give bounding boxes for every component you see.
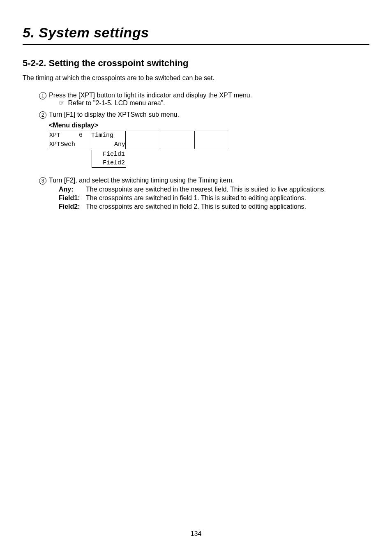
- step-2: 2 Turn [F1] to display the XPTSwch sub m…: [39, 111, 369, 168]
- page-number: 134: [0, 530, 392, 538]
- step-2-text: Turn [F1] to display the XPTSwch sub men…: [49, 111, 179, 118]
- menu-r1c3: [126, 131, 160, 140]
- step-1-sub-text: Refer to "2-1-5. LCD menu area".: [68, 99, 165, 106]
- step-1: 1 Press the [XPT] button to light its in…: [39, 92, 369, 109]
- step-list: 1 Press the [XPT] button to light its in…: [23, 92, 369, 212]
- dropdown-option-field2: Field2: [92, 159, 126, 167]
- section-heading: Setting the crosspoint switching: [49, 58, 189, 68]
- menu-display-table: XPT 6 Timing XPTSwch Any: [49, 131, 229, 149]
- dropdown-option-field1: Field1: [92, 150, 126, 159]
- step-1-number: 1: [39, 92, 46, 99]
- step-2-number: 2: [39, 111, 46, 119]
- section-title: 5-2-2. Setting the crosspoint switching: [23, 58, 369, 69]
- step-1-text: Press the [XPT] button to light its indi…: [49, 92, 252, 99]
- menu-dropdown-options: Field1 Field2: [92, 150, 126, 168]
- menu-r1c1: XPT 6: [49, 131, 91, 140]
- menu-row-2: XPTSwch Any: [49, 140, 229, 149]
- intro-text: The timing at which the crosspoints are …: [23, 74, 369, 82]
- menu-r1c2: Timing: [91, 131, 126, 140]
- menu-r2c5: [195, 140, 229, 149]
- step-3-text: Turn [F2], and select the switching timi…: [49, 177, 234, 184]
- def-field1-term: Field1:: [59, 194, 86, 202]
- step-1-sub: ☞ Refer to "2-1-5. LCD menu area".: [59, 99, 369, 107]
- menu-r1c5: [195, 131, 229, 140]
- menu-r1c4: [160, 131, 195, 140]
- def-any: Any: The crosspoints are switched in the…: [59, 186, 369, 193]
- section-number: 5-2-2.: [23, 58, 46, 68]
- def-field2-term: Field2:: [59, 203, 86, 210]
- step-3-number: 3: [39, 177, 46, 185]
- menu-r2c2: Any: [91, 140, 126, 149]
- menu-r2c3: [126, 140, 160, 149]
- pointer-icon: ☞: [59, 99, 65, 106]
- menu-r2c1: XPTSwch: [49, 140, 91, 149]
- def-field2: Field2: The crosspoints are switched in …: [59, 203, 369, 210]
- step-3: 3 Turn [F2], and select the switching ti…: [39, 177, 369, 212]
- chapter-rule: [23, 44, 369, 45]
- definition-list: Any: The crosspoints are switched in the…: [59, 186, 369, 210]
- menu-display-label: <Menu display>: [49, 122, 369, 129]
- def-field1: Field1: The crosspoints are switched in …: [59, 194, 369, 202]
- chapter-title: 5. System settings: [23, 25, 369, 41]
- def-field1-desc: The crosspoints are switched in field 1.…: [86, 194, 369, 202]
- menu-r2c4: [160, 140, 195, 149]
- def-field2-desc: The crosspoints are switched in field 2.…: [86, 203, 369, 210]
- def-any-term: Any:: [59, 186, 86, 193]
- def-any-desc: The crosspoints are switched in the near…: [86, 186, 369, 193]
- menu-row-1: XPT 6 Timing: [49, 131, 229, 140]
